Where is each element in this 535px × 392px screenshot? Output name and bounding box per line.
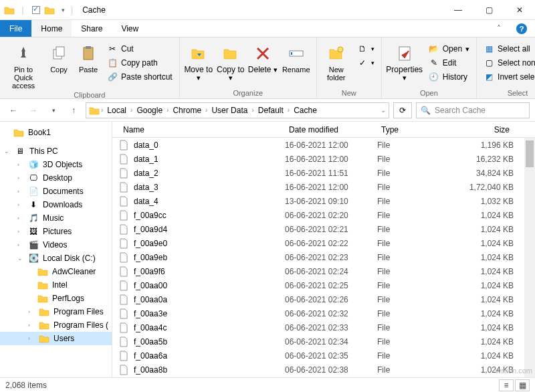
col-type[interactable]: Type	[377, 125, 452, 134]
help-button[interactable]: ?	[508, 20, 535, 37]
dropdown-icon[interactable]: ▾	[58, 5, 68, 15]
chevron-right-icon[interactable]: ›	[28, 322, 35, 328]
crumb[interactable]: Chrome	[170, 106, 204, 115]
chevron-right-icon[interactable]: ›	[101, 106, 103, 114]
pin-quick-access-button[interactable]: Pin to Quick access	[4, 40, 43, 90]
tree-music[interactable]: ›🎵Music	[0, 211, 112, 225]
tab-home[interactable]: Home	[31, 20, 72, 37]
close-button[interactable]: ✕	[504, 0, 535, 20]
delete-button[interactable]: Delete ▾	[248, 40, 278, 74]
tab-file[interactable]: File	[0, 20, 31, 37]
crumb[interactable]: Default	[255, 106, 286, 115]
tree-pictures[interactable]: ›🖼Pictures	[0, 225, 112, 238]
file-row[interactable]: f_00aa3e06-06-2021 02:32File1,024 KB	[112, 306, 535, 320]
tab-view[interactable]: View	[112, 20, 148, 37]
checkbox-icon[interactable]	[31, 5, 41, 15]
chevron-right-icon[interactable]: ›	[251, 106, 253, 114]
file-row[interactable]: f_00a9eb06-06-2021 02:23File1,024 KB	[112, 250, 535, 264]
scrollbar-thumb[interactable]	[526, 140, 534, 167]
col-size[interactable]: Size	[452, 125, 514, 134]
history-button[interactable]: 🕘History	[426, 71, 472, 83]
file-row[interactable]: data_016-06-2021 12:00File1,196 KB	[112, 138, 535, 152]
crumb[interactable]: Google	[134, 106, 165, 115]
minimize-button[interactable]: —	[443, 0, 473, 20]
tree-users[interactable]: ›Users	[0, 332, 112, 345]
tree-desktop[interactable]: ›🖵Desktop	[0, 171, 112, 185]
maximize-button[interactable]: ▢	[473, 0, 504, 20]
crumb[interactable]: Local	[104, 106, 129, 115]
search-input[interactable]: 🔍 Search Cache	[416, 102, 530, 118]
file-row[interactable]: data_316-06-2021 12:00File1,72,040 KB	[112, 180, 535, 194]
paste-button[interactable]: Paste	[75, 40, 102, 74]
chevron-right-icon[interactable]: ›	[17, 175, 24, 181]
new-item-button[interactable]: 🗋▾	[354, 43, 377, 55]
icons-view-button[interactable]: ▦	[515, 379, 530, 391]
file-row[interactable]: data_216-06-2021 11:51File34,824 KB	[112, 166, 535, 180]
file-row[interactable]: data_116-06-2021 12:00File16,232 KB	[112, 152, 535, 166]
tree-documents[interactable]: ›📄Documents	[0, 185, 112, 198]
paste-shortcut-button[interactable]: 🔗Paste shortcut	[104, 71, 175, 83]
tree-3d-objects[interactable]: ›🧊3D Objects	[0, 158, 112, 171]
col-date[interactable]: Date modified	[285, 125, 377, 134]
chevron-down-icon[interactable]: ⌄	[17, 255, 24, 262]
tree-program-files-x86[interactable]: ›Program Files (	[0, 318, 112, 332]
chevron-down-icon[interactable]: ⌄	[4, 148, 11, 155]
cut-button[interactable]: ✂Cut	[104, 43, 175, 55]
chevron-right-icon[interactable]: ›	[17, 228, 24, 235]
tab-share[interactable]: Share	[72, 20, 112, 37]
chevron-right-icon[interactable]: ›	[167, 106, 169, 114]
easy-access-button[interactable]: ✓▾	[354, 57, 377, 69]
tree-videos[interactable]: ›🎬Videos	[0, 238, 112, 252]
back-button[interactable]: ←	[5, 102, 21, 118]
chevron-right-icon[interactable]: ›	[28, 308, 35, 315]
file-row[interactable]: f_00aa0a06-06-2021 02:26File1,024 KB	[112, 292, 535, 306]
move-to-button[interactable]: Move to ▾	[184, 40, 213, 82]
nav-tree[interactable]: Book1 ⌄🖥This PC ›🧊3D Objects ›🖵Desktop ›…	[0, 122, 112, 377]
scrollbar[interactable]	[524, 138, 535, 377]
tree-downloads[interactable]: ›⬇Downloads	[0, 198, 112, 211]
tree-program-files[interactable]: ›Program Files	[0, 305, 112, 318]
copy-to-button[interactable]: Copy to ▾	[216, 40, 245, 82]
col-name[interactable]: Name	[119, 125, 285, 134]
chevron-right-icon[interactable]: ›	[17, 188, 24, 195]
crumb[interactable]: Cache	[291, 106, 320, 115]
rename-button[interactable]: Rename	[280, 40, 312, 74]
chevron-right-icon[interactable]: ›	[17, 201, 24, 208]
tree-perflogs[interactable]: PerfLogs	[0, 292, 112, 305]
tree-adwcleaner[interactable]: AdwCleaner	[0, 265, 112, 278]
tree-book1[interactable]: Book1	[0, 126, 112, 139]
open-button[interactable]: 📂Open ▾	[426, 43, 472, 55]
crumb[interactable]: User Data	[209, 106, 250, 115]
chevron-right-icon[interactable]: ›	[17, 241, 24, 248]
chevron-right-icon[interactable]: ›	[130, 106, 132, 114]
chevron-right-icon[interactable]: ›	[288, 106, 290, 114]
chevron-right-icon[interactable]: ›	[28, 335, 35, 342]
edit-button[interactable]: ✎Edit	[426, 57, 472, 69]
select-all-button[interactable]: ▦Select all	[481, 43, 535, 55]
file-row[interactable]: f_00aa6a06-06-2021 02:35File1,024 KB	[112, 349, 535, 363]
up-button[interactable]: ↑	[66, 102, 82, 118]
copy-path-button[interactable]: 📋Copy path	[104, 57, 175, 69]
properties-button[interactable]: Properties ▾	[386, 40, 423, 82]
refresh-button[interactable]: ⟳	[393, 102, 412, 118]
file-row[interactable]: f_00a9d406-06-2021 02:21File1,024 KB	[112, 222, 535, 236]
file-row[interactable]: f_00a9e006-06-2021 02:22File1,024 KB	[112, 236, 535, 250]
file-row[interactable]: f_00a9f606-06-2021 02:24File1,024 KB	[112, 264, 535, 278]
tree-intel[interactable]: Intel	[0, 278, 112, 292]
recent-dropdown[interactable]: ▾	[45, 102, 62, 118]
file-row[interactable]: f_00aa5b06-06-2021 02:34File1,024 KB	[112, 334, 535, 349]
new-folder-button[interactable]: New folder	[321, 40, 352, 82]
breadcrumb[interactable]: › Local› Google› Chrome› User Data› Defa…	[86, 102, 389, 118]
chevron-right-icon[interactable]: ›	[17, 215, 24, 221]
file-row[interactable]: f_00aa0006-06-2021 02:25File1,024 KB	[112, 278, 535, 292]
chevron-right-icon[interactable]: ›	[205, 106, 207, 114]
file-row[interactable]: f_00aa4c06-06-2021 02:33File1,024 KB	[112, 320, 535, 334]
file-row[interactable]: data_413-06-2021 09:10File1,032 KB	[112, 194, 535, 208]
chevron-down-icon[interactable]: ⌄	[381, 106, 386, 114]
file-row[interactable]: f_00a9cc06-06-2021 02:20File1,024 KB	[112, 208, 535, 222]
details-view-button[interactable]: ≡	[499, 379, 514, 391]
tree-local-disk[interactable]: ⌄💽Local Disk (C:)	[0, 252, 112, 265]
copy-button[interactable]: Copy	[45, 40, 72, 74]
select-none-button[interactable]: ▢Select none	[481, 57, 535, 69]
folder-small-icon[interactable]	[44, 5, 55, 15]
